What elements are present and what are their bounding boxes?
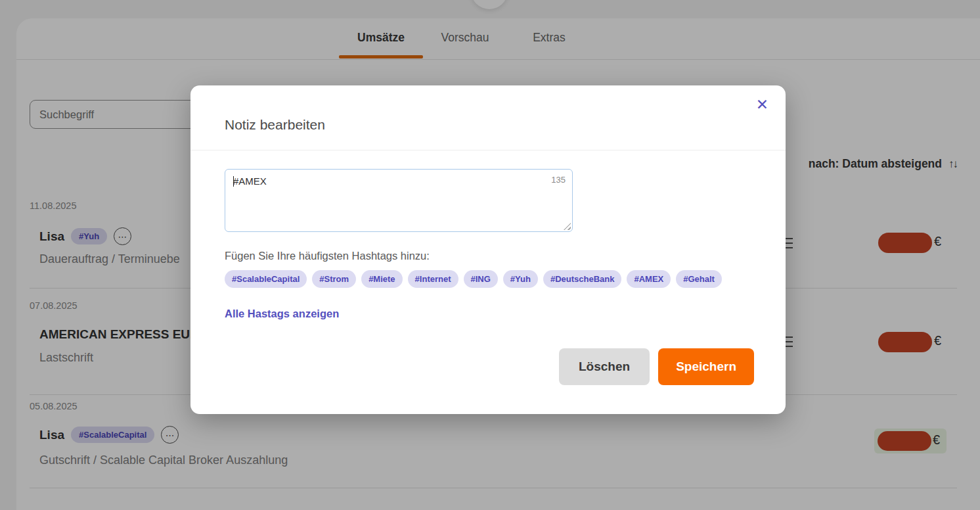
hashtag-pill[interactable]: #Miete [361,270,402,288]
hashtag-pill[interactable]: #Strom [312,270,356,288]
char-count: 135 [551,175,566,185]
hashtag-pill[interactable]: #ScalableCapital [225,270,307,288]
delete-button[interactable]: Löschen [559,348,650,385]
close-icon[interactable]: ✕ [756,97,768,112]
save-button[interactable]: Speichern [658,348,754,385]
hashtag-pill[interactable]: #ING [464,270,498,288]
note-text: #AMEX [233,175,267,187]
dialog-actions: Löschen Speichern [559,348,754,385]
note-textarea[interactable]: #AMEX 135 [225,169,573,232]
dialog-title: Notiz bearbeiten [225,117,325,133]
hashtag-suggestions: #ScalableCapital #Strom #Miete #Internet… [225,270,722,288]
hashtag-pill[interactable]: #Yuh [503,270,538,288]
hashtag-pill[interactable]: #DeutscheBank [543,270,622,288]
hashtag-pill[interactable]: #Gehalt [676,270,722,288]
resize-handle-icon[interactable] [564,223,571,230]
dialog-header-divider [190,150,786,151]
edit-note-dialog: ✕ Notiz bearbeiten #AMEX 135 Fügen Sie I… [190,85,786,414]
hashtag-pill[interactable]: #Internet [408,270,458,288]
hashtags-label: Fügen Sie Ihre häufigsten Hashtags hinzu… [225,250,430,262]
hashtag-pill[interactable]: #AMEX [627,270,671,288]
show-all-hashtags-link[interactable]: Alle Hastags anzeigen [225,308,339,320]
app-screen: Umsätze Vorschau Extras nach: Datum abst… [0,0,980,510]
